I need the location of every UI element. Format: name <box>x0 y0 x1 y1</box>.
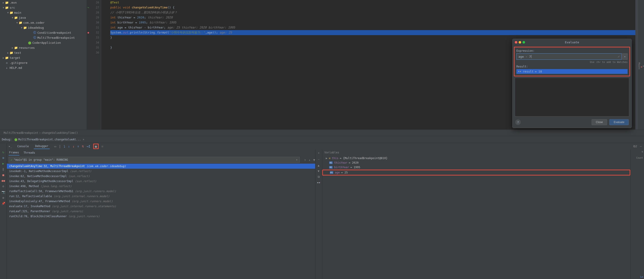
evaluate-button[interactable]: Evaluate <box>609 119 629 125</box>
thread-selector[interactable]: ✔ "main"@1 in group "main": RUNNING ▾ <box>9 157 300 163</box>
dialog-titlebar[interactable]: Evaluate <box>512 39 632 45</box>
debug-config-name[interactable]: MultiThreadBreakpoint.changeValueAt... <box>18 138 81 141</box>
next-frame-icon[interactable]: ↓ <box>309 158 310 162</box>
new-watch-icon[interactable]: ＋ <box>317 151 320 155</box>
tree-item[interactable]: ⬤CoderApplication <box>0 40 86 45</box>
filter-icon[interactable]: ▼ <box>313 158 315 162</box>
modify-run-icon[interactable]: ⚙ <box>2 156 4 160</box>
glasses-icon[interactable]: 👓 <box>317 181 320 184</box>
frames-tab[interactable]: Frames <box>9 150 19 156</box>
editor-scrollbar[interactable] <box>635 0 638 130</box>
variables-title: Variables <box>322 150 630 156</box>
right-status-panel: ⚙ Count Lo <box>630 150 644 279</box>
log-link[interactable]: Lo <box>632 276 643 278</box>
chevron-down-icon[interactable]: ▾ <box>296 158 298 162</box>
tree-item[interactable]: ◇.gitignore <box>0 60 86 65</box>
frames-list[interactable]: changeValueAtAnyTime:32, MultiThreadBrea… <box>7 164 315 219</box>
layout-icon[interactable]: ▭ <box>54 144 56 148</box>
stack-frame[interactable]: invoke:498, Method (java.lang.reflect) <box>7 184 315 189</box>
resume-icon[interactable]: ▶ <box>2 162 4 165</box>
breadcrumb-class[interactable]: MultiThreadBreakpoint <box>4 131 38 134</box>
tree-item[interactable]: ▼📁src <box>0 5 86 10</box>
console-tab[interactable]: Console <box>16 144 30 149</box>
stack-frame[interactable]: runChild:78, BlockJUnit4ClassRunner (org… <box>7 214 315 219</box>
gutter: 26↪2728293031●3233343536 <box>86 0 101 130</box>
tree-item[interactable]: ▼📁main <box>0 10 86 15</box>
settings-icon[interactable]: ⚙ <box>2 196 4 200</box>
tree-item[interactable]: ▶📁test <box>0 50 86 55</box>
gear-icon[interactable]: ⚙ <box>642 150 643 153</box>
stop-icon[interactable]: ■ <box>2 173 4 177</box>
expression-input[interactable]: age - 7 ⤢ <box>516 53 622 60</box>
mute-breakpoints-icon[interactable]: ⊘ <box>2 185 4 188</box>
stack-frame[interactable]: invoke0:-1, NativeMethodAccessorImpl (su… <box>7 169 315 174</box>
close-tab-icon[interactable]: × <box>83 138 84 141</box>
variable-row[interactable]: ▶ ≡this = {MultiThreadBreakpoint@810} <box>322 156 630 160</box>
breadcrumbs[interactable]: MultiThreadBreakpoint › changeValueAtAny… <box>0 130 644 136</box>
debugger-tab[interactable]: Debugger <box>34 144 50 149</box>
stack-frame[interactable]: evaluate:17, InvokeMethod (org.junit.int… <box>7 204 315 209</box>
hide-icon[interactable]: — <box>640 144 642 148</box>
project-tree[interactable]: ▶📁.mvn▼📁src▼📁main▼📁java▼📁com.xm.coder▼📁i… <box>0 0 86 130</box>
stack-frame[interactable]: changeValueAtAnyTime:32, MultiThreadBrea… <box>7 164 315 169</box>
stack-frame[interactable]: run:12, ReflectiveCallable (org.junit.in… <box>7 194 315 199</box>
pause-icon[interactable]: ‖ <box>2 168 4 171</box>
help-button[interactable]: ? <box>515 120 521 125</box>
step-into-icon[interactable]: ↓ <box>68 144 70 148</box>
pin-icon[interactable]: 📌 <box>2 202 5 205</box>
drop-frame-icon[interactable]: ↯ <box>82 144 84 148</box>
result-row[interactable]: 👓 result = 18 <box>516 69 628 74</box>
up-icon[interactable]: ▲ <box>318 164 320 167</box>
breadcrumb-method[interactable]: changeValueAtAnyTime() <box>42 131 78 134</box>
stack-frame[interactable]: invoke:62, NativeMethodAccessorImpl (sun… <box>7 174 315 179</box>
down-icon[interactable]: ▼ <box>318 169 320 173</box>
prev-frame-icon[interactable]: ↑ <box>304 158 306 162</box>
variable-row[interactable]: 01age = 25 <box>322 170 630 176</box>
tree-item[interactable]: ⒸConditionBreakpoint <box>0 30 86 35</box>
close-button[interactable]: Close <box>592 119 607 125</box>
evaluate-expression-button[interactable]: ▦ <box>93 144 99 149</box>
tree-item[interactable]: ▼📁java <box>0 15 86 20</box>
variables-panel: Variables ▶ ≡this = {MultiThreadBreakpoi… <box>322 150 630 279</box>
tree-item[interactable]: ↓HELP.md <box>0 65 86 70</box>
result-detail-area[interactable] <box>515 78 629 116</box>
trace-icon[interactable]: ≡ <box>102 144 103 148</box>
debug-toolwindow-header[interactable]: Debug: ⬤ MultiThreadBreakpoint.changeVal… <box>0 136 644 143</box>
stack-frame[interactable]: runLeaf:325, ParentRunner (org.junit.run… <box>7 209 315 214</box>
duplicate-icon[interactable]: ⧉ <box>318 175 320 179</box>
tree-item[interactable]: ▼📁ideadebug <box>0 25 86 30</box>
snapshot-icon[interactable]: 📷 <box>2 190 5 194</box>
stack-frame[interactable]: runReflectiveCall:50, FrameworkMethod$1 … <box>7 189 315 194</box>
stack-frame[interactable]: invoke:43, DelegatingMethodAccessorImpl … <box>7 179 315 184</box>
rerun-icon[interactable]: ↻ <box>2 150 4 154</box>
minimize-icon[interactable] <box>519 41 521 44</box>
view-breakpoints-icon[interactable]: ●● <box>2 179 5 182</box>
expression-label: Expression: <box>516 49 628 52</box>
close-icon[interactable] <box>515 41 517 44</box>
evaluate-dialog[interactable]: Evaluate Expression: age - 7 ⤢ ▾ Use ⇧⌘↩… <box>512 39 632 128</box>
zoom-icon[interactable] <box>522 41 525 44</box>
expand-icon[interactable]: ⤢ <box>618 55 620 58</box>
variable-row[interactable]: 01thisYear = 2020 <box>322 160 630 165</box>
editor[interactable]: 26↪2728293031●3233343536 @Testpublic voi… <box>86 0 638 130</box>
tree-item[interactable]: ▼📁com.xm.coder <box>0 20 86 25</box>
remove-watch-icon[interactable]: － <box>317 157 320 162</box>
run-to-cursor-icon[interactable]: →I <box>86 144 90 148</box>
stack-frame[interactable]: invokeExplosively:47, FrameworkMethod (o… <box>7 199 315 204</box>
variable-row[interactable]: 01birthYear = 1995 <box>322 165 630 170</box>
variables-list[interactable]: ▶ ≡this = {MultiThreadBreakpoint@810}01t… <box>322 156 630 176</box>
tree-item[interactable]: ▶📁target <box>0 55 86 60</box>
console-icon[interactable]: ▸_ <box>9 144 12 148</box>
frames-panel: Frames Threads ✔ "main"@1 in group "main… <box>7 150 315 279</box>
threads-tab[interactable]: Threads <box>24 151 35 154</box>
right-tool-stripe[interactable]: ≡ m Maven <box>638 0 644 130</box>
step-over-icon[interactable]: ⤵ <box>64 144 65 148</box>
history-dropdown[interactable]: ▾ <box>622 53 628 60</box>
tree-item[interactable]: ▶📁.mvn <box>0 0 86 5</box>
debug-side-toolbar: ↻ ⚙ ▶ ‖ ■ ●● ⊘ 📷 ⚙ 📌 <box>0 150 7 279</box>
thread-dump-icon[interactable]: ⧉2 <box>633 144 637 148</box>
step-out-icon[interactable]: ↑ <box>77 144 79 148</box>
tree-item[interactable]: ⒸMultiThreadBreakpoint <box>0 35 86 40</box>
force-step-into-icon[interactable]: ↓ <box>72 144 74 148</box>
tree-item[interactable]: ▶📁resources <box>0 45 86 50</box>
